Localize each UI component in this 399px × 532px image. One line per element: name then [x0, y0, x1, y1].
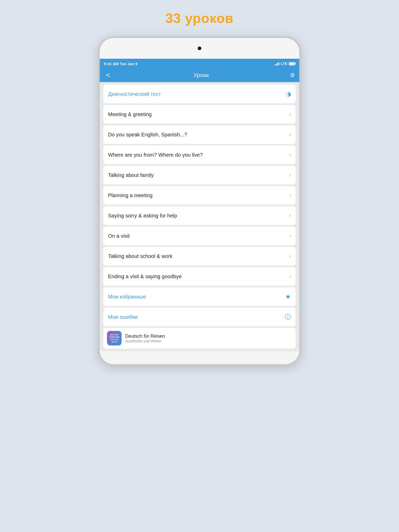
- list-item-saying-sorry[interactable]: Saying sorry & asking for help›: [103, 206, 296, 225]
- gear-icon[interactable]: ⚙: [290, 72, 295, 79]
- list-item-text-where-from: Where are you from? Where do you live?: [108, 152, 203, 158]
- list-item-icon-meeting-greeting: ›: [289, 111, 291, 118]
- list-item-text-ending-visit: Ending a visit & saying goodbye: [108, 274, 182, 280]
- list-item-icon-planning-meeting: ›: [289, 192, 291, 199]
- list-item-icon-where-from: ›: [289, 151, 291, 158]
- list-item-meeting-greeting[interactable]: Meeting & greeting›: [103, 105, 296, 124]
- list-item-icon-saying-sorry: ›: [289, 212, 291, 219]
- list-item-icon-talking-school: ›: [289, 253, 291, 260]
- nav-title: Уроки: [193, 72, 209, 79]
- list-item-planning-meeting[interactable]: Planning a meeting›: [103, 186, 296, 205]
- lesson-list: Диагностический тест◑Meeting & greeting›…: [100, 82, 299, 351]
- list-item-icon-mistakes: ⓘ: [285, 313, 291, 321]
- status-time-date: 9:41 AM Tue Jan 9: [104, 62, 137, 66]
- promo-subtitle: Ausdrücke und Wörter: [125, 339, 165, 343]
- promo-logo-text: DEUTSCHSPRECHENDe En EsRu Co: [109, 334, 119, 343]
- list-item-diagnostic[interactable]: Диагностический тест◑: [103, 85, 296, 103]
- list-item-icon-ending-visit: ›: [289, 273, 291, 280]
- screen: 9:41 AM Tue Jan 9 LTE < Уроки ⚙: [100, 59, 299, 351]
- list-item-on-visit[interactable]: On a visit›: [103, 227, 296, 245]
- page-title: 33 уроков: [165, 10, 234, 26]
- list-item-icon-talking-family: ›: [289, 172, 291, 178]
- list-item-icon-on-visit: ›: [289, 232, 291, 239]
- device-bottom: [100, 351, 299, 364]
- list-item-text-mistakes: Мои ошибки: [108, 314, 138, 320]
- list-item-icon-diagnostic: ◑: [286, 91, 291, 97]
- signal-bars: [275, 62, 279, 65]
- back-button[interactable]: <: [104, 70, 112, 81]
- list-item-text-meeting-greeting: Meeting & greeting: [108, 111, 152, 117]
- list-item-talking-family[interactable]: Talking about family›: [103, 166, 296, 184]
- camera: [198, 46, 201, 50]
- promo-item[interactable]: DEUTSCHSPRECHENDe En EsRu CoDeutsch für …: [103, 328, 296, 349]
- list-item-speak-english[interactable]: Do you speak English, Spanish...?›: [103, 125, 296, 144]
- promo-logo: DEUTSCHSPRECHENDe En EsRu Co: [107, 331, 122, 345]
- list-item-talking-school[interactable]: Talking about school & work›: [103, 247, 296, 265]
- promo-text-group: Deutsch für ReisenAusdrücke und Wörter: [125, 334, 165, 343]
- list-item-where-from[interactable]: Where are you from? Where do you live?›: [103, 145, 296, 164]
- list-item-ending-visit[interactable]: Ending a visit & saying goodbye›: [103, 267, 296, 286]
- list-item-text-saying-sorry: Saying sorry & asking for help: [108, 213, 177, 219]
- promo-title: Deutsch für Reisen: [125, 334, 165, 339]
- list-item-text-speak-english: Do you speak English, Spanish...?: [108, 132, 187, 138]
- status-right: LTE: [275, 62, 295, 66]
- list-item-mistakes[interactable]: Мои ошибкиⓘ: [103, 308, 296, 326]
- list-item-favorites[interactable]: Мои избранные★: [103, 287, 296, 306]
- battery-icon: [289, 62, 295, 65]
- list-item-icon-favorites: ★: [285, 293, 291, 300]
- device-top: [100, 38, 299, 59]
- list-item-text-talking-school: Talking about school & work: [108, 253, 172, 259]
- device: 9:41 AM Tue Jan 9 LTE < Уроки ⚙: [98, 36, 301, 366]
- lte-label: LTE: [281, 62, 287, 66]
- list-item-text-diagnostic: Диагностический тест: [108, 91, 161, 97]
- list-item-text-on-visit: On a visit: [108, 233, 130, 239]
- status-bar: 9:41 AM Tue Jan 9 LTE: [100, 59, 299, 69]
- list-item-text-talking-family: Talking about family: [108, 172, 154, 178]
- list-item-icon-speak-english: ›: [289, 131, 291, 138]
- nav-bar: < Уроки ⚙: [100, 69, 299, 82]
- list-item-text-favorites: Мои избранные: [108, 294, 146, 300]
- list-item-text-planning-meeting: Planning a meeting: [108, 192, 152, 198]
